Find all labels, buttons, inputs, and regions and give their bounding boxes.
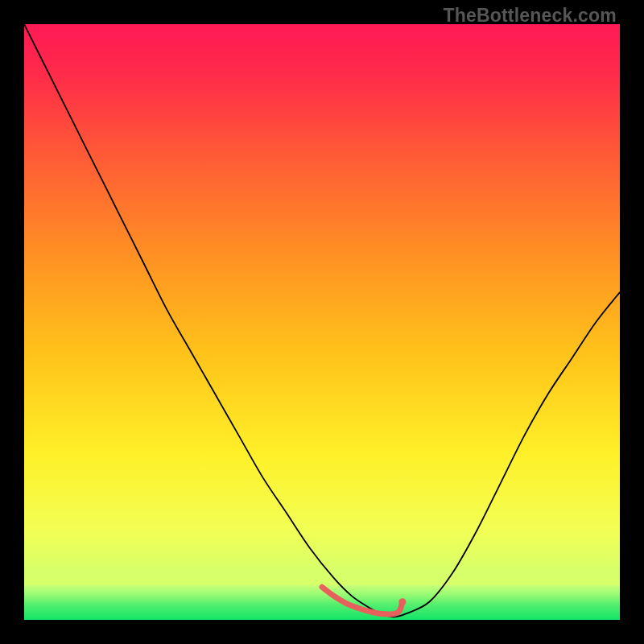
gradient-background <box>24 24 620 620</box>
chart-frame <box>24 24 620 620</box>
watermark-text: TheBottleneck.com <box>443 5 617 27</box>
optimal-band-marker-endpoint <box>398 598 406 605</box>
bottleneck-chart <box>24 24 620 620</box>
